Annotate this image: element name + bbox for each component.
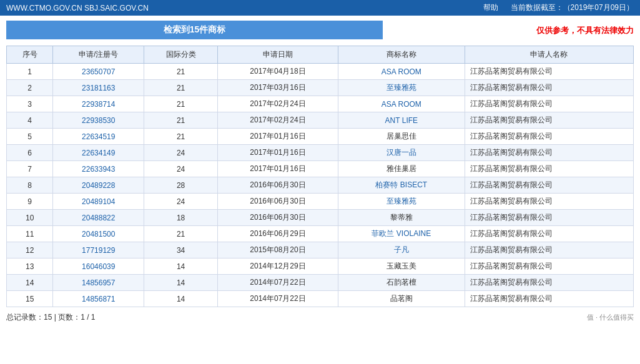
col-header-no: 序号 — [7, 46, 53, 64]
cell-appno[interactable]: 22938714 — [53, 96, 144, 112]
cell-trademark-name: 居巢思佳 — [338, 129, 465, 145]
table-row: 1414856957142014年07月22日石韵茗檀江苏品茗阁贸易有限公司 — [7, 275, 634, 291]
footer: 总记录数：15 | 页数：1 / 1 值 · 什么值得买 — [6, 312, 634, 323]
cell-applicant: 江苏品茗阁贸易有限公司 — [465, 275, 633, 291]
cell-appno[interactable]: 22633943 — [53, 161, 144, 177]
cell-appno[interactable]: 23181163 — [53, 80, 144, 96]
cell-trademark-name[interactable]: ASA ROOM — [338, 64, 465, 80]
table-row: 722633943242017年01月16日雅佳巢居江苏品茗阁贸易有限公司 — [7, 161, 634, 177]
cell-date: 2016年06月30日 — [218, 210, 338, 226]
help-link[interactable]: 帮助 — [483, 2, 498, 13]
cell-no: 11 — [7, 226, 53, 242]
table-row: 322938714212017年02月24日ASA ROOM江苏品茗阁贸易有限公… — [7, 96, 634, 112]
cell-class: 28 — [144, 177, 218, 194]
cell-class: 21 — [144, 80, 218, 96]
cell-applicant: 江苏品茗阁贸易有限公司 — [465, 258, 633, 275]
result-header: 检索到15件商标 仅供参考，不具有法律效力 — [6, 21, 634, 43]
cell-appno[interactable]: 20489228 — [53, 177, 144, 194]
cell-trademark-name[interactable]: ANT LIFE — [338, 112, 465, 129]
cell-appno[interactable]: 22634149 — [53, 145, 144, 161]
cell-no: 6 — [7, 145, 53, 161]
cell-appno[interactable]: 14856957 — [53, 275, 144, 291]
cell-no: 12 — [7, 242, 53, 258]
table-row: 1020488822182016年06月30日黎蒂雅江苏品茗阁贸易有限公司 — [7, 210, 634, 226]
cell-trademark-name[interactable]: 至臻雅苑 — [338, 80, 465, 96]
cell-applicant: 江苏品茗阁贸易有限公司 — [465, 112, 633, 129]
cell-no: 10 — [7, 210, 53, 226]
cell-no: 13 — [7, 258, 53, 275]
cell-no: 1 — [7, 64, 53, 80]
cell-appno[interactable]: 20488822 — [53, 210, 144, 226]
cell-date: 2017年02月24日 — [218, 112, 338, 129]
cell-class: 24 — [144, 145, 218, 161]
cell-trademark-name[interactable]: ASA ROOM — [338, 96, 465, 112]
cell-appno[interactable]: 23650707 — [53, 64, 144, 80]
cell-class: 24 — [144, 161, 218, 177]
cell-class: 24 — [144, 194, 218, 210]
cell-date: 2017年03月16日 — [218, 80, 338, 96]
cell-trademark-name: 石韵茗檀 — [338, 275, 465, 291]
cell-date: 2017年01月16日 — [218, 145, 338, 161]
warning-text: 仅供参考，不具有法律效力 — [536, 25, 634, 36]
date-label: 当前数据截至：（2019年07月09日） — [511, 2, 634, 13]
cell-trademark-name[interactable]: 汉唐一品 — [338, 145, 465, 161]
cell-trademark-name[interactable]: 子凡 — [338, 242, 465, 258]
cell-trademark-name[interactable]: 菲欧兰 VIOLAINE — [338, 226, 465, 242]
cell-date: 2016年06月30日 — [218, 177, 338, 194]
table-row: 622634149242017年01月16日汉唐一品江苏品茗阁贸易有限公司 — [7, 145, 634, 161]
table-row: 1514856871142014年07月22日品茗阁江苏品茗阁贸易有限公司 — [7, 291, 634, 307]
cell-date: 2017年01月16日 — [218, 129, 338, 145]
cell-class: 34 — [144, 242, 218, 258]
cell-date: 2017年04月18日 — [218, 64, 338, 80]
cell-class: 21 — [144, 96, 218, 112]
cell-class: 21 — [144, 129, 218, 145]
site-links[interactable]: WWW.CTMO.GOV.CN SBJ.SAIC.GOV.CN — [6, 4, 149, 12]
cell-applicant: 江苏品茗阁贸易有限公司 — [465, 96, 633, 112]
cell-date: 2015年08月20日 — [218, 242, 338, 258]
table-row: 1316046039142014年12月29日玉藏玉美江苏品茗阁贸易有限公司 — [7, 258, 634, 275]
cell-applicant: 江苏品茗阁贸易有限公司 — [465, 80, 633, 96]
top-bar: WWW.CTMO.GOV.CN SBJ.SAIC.GOV.CN 帮助 当前数据截… — [0, 0, 640, 16]
cell-applicant: 江苏品茗阁贸易有限公司 — [465, 194, 633, 210]
cell-applicant: 江苏品茗阁贸易有限公司 — [465, 242, 633, 258]
cell-class: 14 — [144, 258, 218, 275]
cell-no: 14 — [7, 275, 53, 291]
cell-appno[interactable]: 14856871 — [53, 291, 144, 307]
cell-no: 2 — [7, 80, 53, 96]
col-header-applicant: 申请人名称 — [465, 46, 633, 64]
cell-appno[interactable]: 20489104 — [53, 194, 144, 210]
table-row: 223181163212017年03月16日至臻雅苑江苏品茗阁贸易有限公司 — [7, 80, 634, 96]
cell-class: 14 — [144, 275, 218, 291]
cell-trademark-name: 黎蒂雅 — [338, 210, 465, 226]
cell-trademark-name[interactable]: 柏赛特 BISECT — [338, 177, 465, 194]
col-header-name: 商标名称 — [338, 46, 465, 64]
cell-appno[interactable]: 17719129 — [53, 242, 144, 258]
cell-trademark-name[interactable]: 至臻雅苑 — [338, 194, 465, 210]
cell-applicant: 江苏品茗阁贸易有限公司 — [465, 177, 633, 194]
col-header-date: 申请日期 — [218, 46, 338, 64]
cell-applicant: 江苏品茗阁贸易有限公司 — [465, 64, 633, 80]
table-row: 1120481500212016年06月29日菲欧兰 VIOLAINE江苏品茗阁… — [7, 226, 634, 242]
cell-applicant: 江苏品茗阁贸易有限公司 — [465, 161, 633, 177]
cell-date: 2016年06月30日 — [218, 194, 338, 210]
cell-class: 14 — [144, 291, 218, 307]
cell-appno[interactable]: 20481500 — [53, 226, 144, 242]
table-row: 522634519212017年01月16日居巢思佳江苏品茗阁贸易有限公司 — [7, 129, 634, 145]
cell-date: 2017年02月24日 — [218, 96, 338, 112]
cell-appno[interactable]: 22938530 — [53, 112, 144, 129]
search-result-bar: 检索到15件商标 — [6, 21, 383, 39]
cell-no: 9 — [7, 194, 53, 210]
cell-applicant: 江苏品茗阁贸易有限公司 — [465, 210, 633, 226]
footer-watermark: 值 · 什么值得买 — [587, 313, 634, 322]
cell-applicant: 江苏品茗阁贸易有限公司 — [465, 129, 633, 145]
table-row: 820489228282016年06月30日柏赛特 BISECT江苏品茗阁贸易有… — [7, 177, 634, 194]
cell-date: 2014年12月29日 — [218, 258, 338, 275]
cell-date: 2014年07月22日 — [218, 291, 338, 307]
cell-trademark-name: 品茗阁 — [338, 291, 465, 307]
cell-class: 21 — [144, 64, 218, 80]
cell-appno[interactable]: 16046039 — [53, 258, 144, 275]
cell-appno[interactable]: 22634519 — [53, 129, 144, 145]
cell-class: 18 — [144, 210, 218, 226]
table-row: 422938530212017年02月24日ANT LIFE江苏品茗阁贸易有限公… — [7, 112, 634, 129]
cell-no: 8 — [7, 177, 53, 194]
